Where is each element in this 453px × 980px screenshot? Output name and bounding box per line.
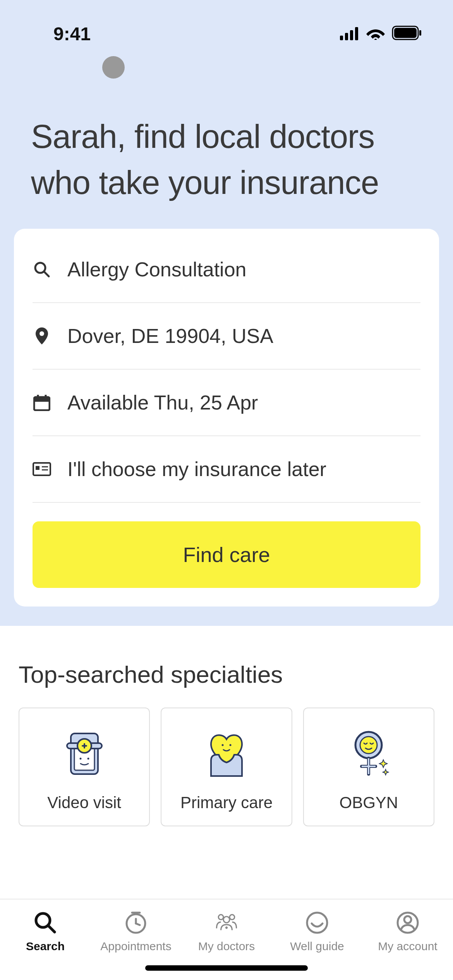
svg-rect-3 [355, 27, 358, 40]
calendar-icon [33, 394, 51, 411]
nav-label: My doctors [198, 940, 255, 953]
date-value: Available Thu, 25 Apr [67, 391, 258, 414]
svg-rect-15 [36, 466, 39, 470]
location-pin-icon [33, 327, 51, 344]
doctors-icon [214, 910, 239, 935]
svg-point-39 [230, 915, 235, 920]
cellular-icon [340, 23, 359, 45]
specialty-value: Allergy Consultation [67, 258, 246, 281]
svg-rect-5 [394, 28, 417, 38]
nav-my-doctors[interactable]: My doctors [181, 910, 272, 953]
indicator-dot [102, 56, 125, 79]
location-value: Dover, DE 19904, USA [67, 324, 273, 348]
insurance-card-icon [33, 462, 51, 476]
clock-icon [124, 910, 148, 935]
svg-rect-1 [345, 33, 348, 40]
find-care-button[interactable]: Find care [33, 521, 420, 588]
header-area: 9:41 Sarah, find local doctors who take … [0, 0, 453, 626]
nav-appointments[interactable]: Appointments [91, 910, 181, 953]
svg-point-40 [223, 917, 230, 923]
specialty-card-video-visit[interactable]: Video visit [19, 708, 150, 826]
home-indicator[interactable] [145, 965, 308, 971]
page-headline: Sarah, find local doctors who take your … [0, 79, 453, 229]
location-row[interactable]: Dover, DE 19904, USA [33, 303, 420, 370]
specialty-label: OBGYN [339, 793, 398, 812]
specialty-row[interactable]: Allergy Consultation [33, 236, 420, 303]
svg-point-27 [360, 737, 377, 754]
svg-point-38 [218, 915, 223, 920]
nav-label: Well guide [290, 940, 344, 953]
svg-rect-2 [350, 30, 353, 40]
nav-label: Appointments [100, 940, 171, 953]
obgyn-icon [341, 726, 396, 780]
nav-well-guide[interactable]: Well guide [272, 910, 362, 953]
svg-point-21 [87, 758, 89, 760]
status-icons [340, 23, 422, 45]
specialty-card-primary-care[interactable]: Primary care [161, 708, 292, 826]
status-bar: 9:41 [0, 0, 453, 52]
svg-rect-6 [419, 30, 421, 36]
nav-label: My account [378, 940, 437, 953]
smile-icon [305, 910, 329, 935]
svg-rect-0 [340, 36, 343, 40]
specialty-label: Primary care [180, 793, 273, 812]
battery-icon [392, 23, 422, 45]
video-visit-icon [57, 726, 112, 780]
search-icon [33, 261, 51, 278]
specialty-card-obgyn[interactable]: OBGYN [303, 708, 434, 826]
svg-line-36 [136, 923, 140, 925]
account-icon [395, 910, 420, 935]
svg-rect-11 [34, 397, 50, 402]
svg-line-33 [48, 926, 55, 932]
svg-point-20 [79, 758, 81, 760]
nav-label: Search [26, 940, 65, 953]
wifi-icon [366, 23, 385, 45]
specialties-title: Top-searched specialties [19, 661, 434, 688]
specialties-section: Top-searched specialties Video visit [0, 626, 453, 826]
search-card: Allergy Consultation Dover, DE 19904, US… [14, 229, 439, 607]
specialty-cards: Video visit Primary care [19, 708, 434, 826]
search-icon [33, 910, 58, 935]
svg-point-43 [307, 913, 327, 933]
primary-care-icon [199, 726, 254, 780]
insurance-value: I'll choose my insurance later [67, 457, 326, 481]
specialty-label: Video visit [47, 793, 121, 812]
svg-point-25 [229, 744, 231, 746]
svg-point-24 [221, 744, 223, 746]
nav-search[interactable]: Search [0, 910, 91, 953]
svg-point-9 [39, 331, 44, 336]
svg-point-45 [404, 916, 411, 923]
date-row[interactable]: Available Thu, 25 Apr [33, 370, 420, 436]
insurance-row[interactable]: I'll choose my insurance later [33, 436, 420, 503]
svg-line-8 [44, 272, 49, 276]
status-time: 9:41 [53, 23, 91, 45]
nav-my-account[interactable]: My account [362, 910, 453, 953]
